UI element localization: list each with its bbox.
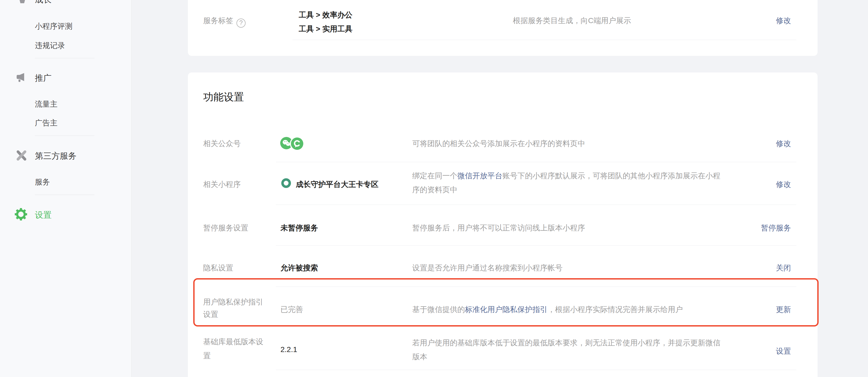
highlight-red-frame bbox=[193, 278, 818, 326]
desc-text: ，根据小程序实际情况完善并展示给用户 bbox=[548, 305, 683, 314]
sidebar-divider bbox=[35, 136, 94, 136]
sidebar-item-traffic-master[interactable]: 流量主 bbox=[35, 99, 57, 109]
official-accounts-modify-link[interactable]: 修改 bbox=[776, 139, 791, 149]
gear-icon bbox=[14, 208, 27, 222]
service-tag-value: 工具 > 实用工具 bbox=[299, 22, 352, 36]
standard-privacy-guide-link[interactable]: 标准化用户隐私保护指引 bbox=[465, 305, 548, 314]
service-tag-card: 服务标签? 工具 > 效率办公 工具 > 实用工具 根据服务类目生成，向C端用户… bbox=[188, 0, 817, 56]
sidebar-item-promotion[interactable]: 推广 bbox=[35, 72, 52, 84]
third-party-icon bbox=[16, 149, 27, 162]
related-miniprograms-modify-link[interactable]: 修改 bbox=[776, 179, 791, 190]
sidebar-item-settings[interactable]: 设置 bbox=[35, 209, 52, 221]
service-tag-modify-link[interactable]: 修改 bbox=[776, 16, 791, 26]
sidebar-item-third-party[interactable]: 第三方服务 bbox=[35, 150, 76, 162]
sidebar-item-mini-program-eval[interactable]: 小程序评测 bbox=[35, 21, 72, 31]
base-library-set-link[interactable]: 设置 bbox=[776, 346, 791, 356]
official-accounts-label: 相关公众号 bbox=[203, 139, 241, 149]
privacy-desc: 设置是否允许用户通过名称搜索到小程序帐号 bbox=[412, 263, 563, 273]
privacy-guide-update-link[interactable]: 更新 bbox=[776, 304, 791, 315]
sidebar-item-growth[interactable]: 成长 bbox=[35, 0, 52, 5]
sidebar-divider bbox=[35, 195, 94, 195]
sidebar-divider bbox=[35, 58, 94, 58]
card-title: 功能设置 bbox=[203, 90, 244, 104]
miniprogram-avatar bbox=[280, 178, 292, 190]
base-library-label: 基础库最低版本设置 bbox=[203, 335, 268, 363]
divider bbox=[292, 40, 796, 40]
suspend-service-value: 未暂停服务 bbox=[280, 223, 318, 233]
divider bbox=[276, 162, 796, 162]
official-accounts-desc: 可将团队的相关公众号添加展示在小程序的资料页中 bbox=[412, 139, 585, 149]
privacy-guide-label: 用户隐私保护指引设置 bbox=[203, 296, 268, 321]
megaphone-icon bbox=[15, 71, 27, 84]
official-account-bubble-icon bbox=[290, 137, 304, 151]
sidebar: 成长 小程序评测 违规记录 推广 流量主 广告主 第三方服务 服务 bbox=[0, 0, 131, 377]
sidebar-item-violation-record[interactable]: 违规记录 bbox=[35, 40, 65, 51]
service-tag-label-row: 服务标签? bbox=[203, 16, 246, 28]
wechat-open-platform-link[interactable]: 微信开放平台 bbox=[457, 172, 502, 180]
desc-text: 绑定在同一个 bbox=[412, 172, 457, 180]
privacy-label: 隐私设置 bbox=[203, 263, 233, 273]
related-miniprograms-desc: 绑定在同一个微信开放平台账号下的小程序默认展示，可将团队的其他小程序添加展示在小… bbox=[412, 169, 723, 197]
service-tag-value: 工具 > 效率办公 bbox=[299, 8, 352, 22]
sidebar-item-advertiser[interactable]: 广告主 bbox=[35, 118, 57, 128]
function-settings-card: 功能设置 相关公众号 可将团队的相关公众号添加展示在小程序的 bbox=[188, 72, 817, 377]
sidebar-item-service[interactable]: 服务 bbox=[35, 177, 50, 187]
service-tag-label: 服务标签 bbox=[203, 17, 233, 25]
divider bbox=[276, 245, 796, 246]
service-tag-desc: 根据服务类目生成，向C端用户展示 bbox=[513, 16, 631, 26]
help-icon[interactable]: ? bbox=[237, 19, 246, 28]
privacy-value: 允许被搜索 bbox=[280, 263, 318, 273]
base-library-desc: 若用户使用的基础库版本低于设置的最低版本要求，则无法正常使用小程序，并提示更新微… bbox=[412, 336, 723, 364]
suspend-service-label: 暂停服务设置 bbox=[203, 223, 248, 233]
official-accounts-avatars bbox=[280, 137, 304, 151]
suspend-service-link[interactable]: 暂停服务 bbox=[761, 223, 791, 233]
growth-icon bbox=[17, 0, 27, 5]
related-miniprograms-label: 相关小程序 bbox=[203, 179, 241, 190]
service-tag-values: 工具 > 效率办公 工具 > 实用工具 bbox=[299, 8, 352, 36]
desc-text: 基于微信提供的 bbox=[412, 305, 465, 314]
privacy-close-link[interactable]: 关闭 bbox=[776, 263, 791, 273]
divider bbox=[276, 205, 796, 205]
divider bbox=[276, 370, 796, 370]
suspend-service-desc: 暂停服务后，用户将不可以正常访问线上版本小程序 bbox=[412, 223, 585, 233]
privacy-guide-value: 已完善 bbox=[280, 304, 303, 315]
related-miniprogram-name: 成长守护平台大王卡专区 bbox=[296, 179, 378, 190]
base-library-value: 2.2.1 bbox=[280, 345, 297, 354]
privacy-guide-desc: 基于微信提供的标准化用户隐私保护指引，根据小程序实际情况完善并展示给用户 bbox=[412, 304, 683, 315]
